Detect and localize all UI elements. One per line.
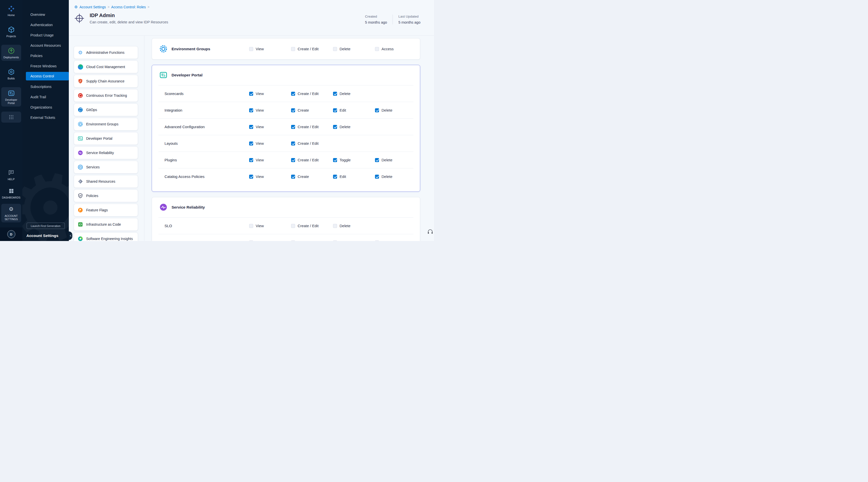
permission-check[interactable]: Delete [333, 91, 375, 96]
checkbox[interactable] [291, 108, 295, 112]
permission-check[interactable]: Toggle [333, 158, 375, 162]
permission-check[interactable]: Create / Edit [291, 141, 333, 146]
checkbox[interactable] [291, 125, 295, 129]
checkbox[interactable] [333, 108, 337, 112]
checkbox[interactable] [249, 92, 253, 96]
support-headset-icon[interactable] [427, 229, 434, 235]
sidebar-item-account-resources[interactable]: Account Resources [22, 40, 69, 51]
permission-check[interactable]: Delete [333, 125, 375, 129]
permission-check[interactable]: Edit [333, 108, 375, 112]
permission-check[interactable]: Create [291, 108, 333, 112]
checkbox[interactable] [375, 158, 379, 162]
resource-item-software-engineering-insights[interactable]: Software Engineering Insights [74, 233, 138, 241]
checkbox[interactable] [249, 158, 253, 162]
resource-item-services[interactable]: Services [74, 161, 138, 173]
checkbox[interactable] [291, 175, 295, 179]
permission-check[interactable]: Delete [375, 108, 413, 112]
sidebar-item-external-tickets[interactable]: External Tickets [22, 112, 69, 123]
checkbox[interactable] [333, 47, 337, 51]
permission-check[interactable]: View [249, 174, 291, 179]
permission-check[interactable]: Delete [333, 224, 375, 228]
resource-item-shared-resources[interactable]: Shared Resources [74, 175, 138, 188]
permission-check[interactable]: Toggle [375, 240, 413, 241]
resource-item-infrastructure-as-code[interactable]: Infrastructure as Code [74, 218, 138, 231]
resource-item-continuous-error-tracking[interactable]: Continuous Error Tracking [74, 89, 138, 102]
resource-item-supply-chain-assurance[interactable]: Supply Chain Assurance [74, 75, 138, 87]
permission-check[interactable]: Create [291, 174, 333, 179]
checkbox[interactable] [375, 241, 379, 241]
rail-item-account-settings[interactable]: ⚙ ACCOUNT SETTINGS [1, 204, 21, 222]
resource-item-cloud-cost-management[interactable]: Cloud Cost Management [74, 61, 138, 73]
checkbox[interactable] [375, 175, 379, 179]
checkbox[interactable] [249, 224, 253, 228]
permission-check[interactable]: Create / Edit [291, 224, 333, 228]
checkbox[interactable] [333, 224, 337, 228]
checkbox[interactable] [333, 125, 337, 129]
sidebar-item-overview[interactable]: Overview [22, 9, 69, 20]
checkbox[interactable] [249, 108, 253, 112]
checkbox[interactable] [249, 175, 253, 179]
permission-check[interactable]: Delete [375, 174, 413, 179]
sidebar-item-product-usage[interactable]: Product Usage [22, 30, 69, 40]
permission-check[interactable]: Delete [333, 240, 375, 241]
permission-check[interactable]: View [249, 125, 291, 129]
module-switcher-button[interactable] [1, 112, 21, 123]
sidebar-item-subscriptions[interactable]: Subscriptions [22, 82, 69, 92]
checkbox[interactable] [291, 241, 295, 241]
permission-check[interactable]: View [249, 224, 291, 228]
rail-item-developer-portal[interactable]: Developer Portal [1, 87, 21, 107]
checkbox[interactable] [375, 108, 379, 112]
checkbox[interactable] [249, 47, 253, 51]
resource-item-developer-portal[interactable]: Developer Portal [74, 132, 138, 145]
permission-check[interactable]: View [249, 240, 291, 241]
checkbox[interactable] [291, 158, 295, 162]
rail-item-projects[interactable]: Projects [1, 24, 21, 40]
breadcrumb-access-control-roles[interactable]: Access Control: Roles [111, 5, 146, 9]
checkbox[interactable] [249, 241, 253, 241]
permission-check[interactable]: Edit [333, 174, 375, 179]
rail-item-help[interactable]: HELP [1, 167, 21, 182]
checkbox[interactable] [291, 224, 295, 228]
resource-item-administrative-functions[interactable]: ⚙ Administrative Functions [74, 46, 138, 59]
sidebar-item-audit-trail[interactable]: Audit Trail [22, 92, 69, 102]
permission-check[interactable]: View [249, 141, 291, 146]
checkbox[interactable] [249, 142, 253, 146]
permission-check[interactable]: Delete [333, 47, 375, 51]
permission-check[interactable]: View [249, 91, 291, 96]
permission-check[interactable]: Create / Edit [291, 125, 333, 129]
resource-item-feature-flags[interactable]: Feature Flags [74, 204, 138, 216]
launch-first-generation-button[interactable]: Launch First Generation [27, 223, 65, 229]
permission-check[interactable]: View [249, 47, 291, 51]
permission-check[interactable]: Create / Edit [291, 158, 333, 162]
sidebar-item-freeze-windows[interactable]: Freeze Windows [22, 61, 69, 71]
checkbox[interactable] [333, 92, 337, 96]
sidebar-item-access-control[interactable]: Access Control [26, 72, 69, 81]
sidebar-item-organizations[interactable]: Organizations [22, 102, 69, 112]
user-avatar[interactable]: D [7, 230, 15, 238]
checkbox[interactable] [291, 47, 295, 51]
permission-check[interactable]: Access [375, 47, 413, 51]
resource-item-environment-groups[interactable]: Environment Groups [74, 118, 138, 130]
checkbox[interactable] [291, 92, 295, 96]
sidebar-item-authentication[interactable]: Authentication [22, 20, 69, 30]
checkbox[interactable] [333, 175, 337, 179]
resource-item-gitops[interactable]: GitOps [74, 103, 138, 116]
sidebar-item-policies[interactable]: Policies [22, 51, 69, 61]
permission-check[interactable]: Create / Edit [291, 240, 333, 241]
checkbox[interactable] [333, 158, 337, 162]
checkbox[interactable] [333, 241, 337, 241]
permission-check[interactable]: View [249, 158, 291, 162]
checkbox[interactable] [249, 125, 253, 129]
rail-item-dashboards[interactable]: DASHBOARDS [1, 185, 21, 201]
rail-item-home[interactable]: Home [1, 2, 21, 19]
permission-check[interactable]: Delete [375, 158, 413, 162]
rail-item-builds[interactable]: Builds [1, 66, 21, 82]
permission-check[interactable]: Create / Edit [291, 47, 333, 51]
rail-item-deployments[interactable]: Deployments [1, 45, 21, 61]
checkbox[interactable] [375, 47, 379, 51]
permission-check[interactable]: Create / Edit [291, 91, 333, 96]
checkbox[interactable] [291, 142, 295, 146]
breadcrumb-account-settings[interactable]: Account Settings [80, 5, 106, 9]
permission-check[interactable]: View [249, 108, 291, 112]
resource-item-service-reliability[interactable]: Service Reliability [74, 147, 138, 159]
